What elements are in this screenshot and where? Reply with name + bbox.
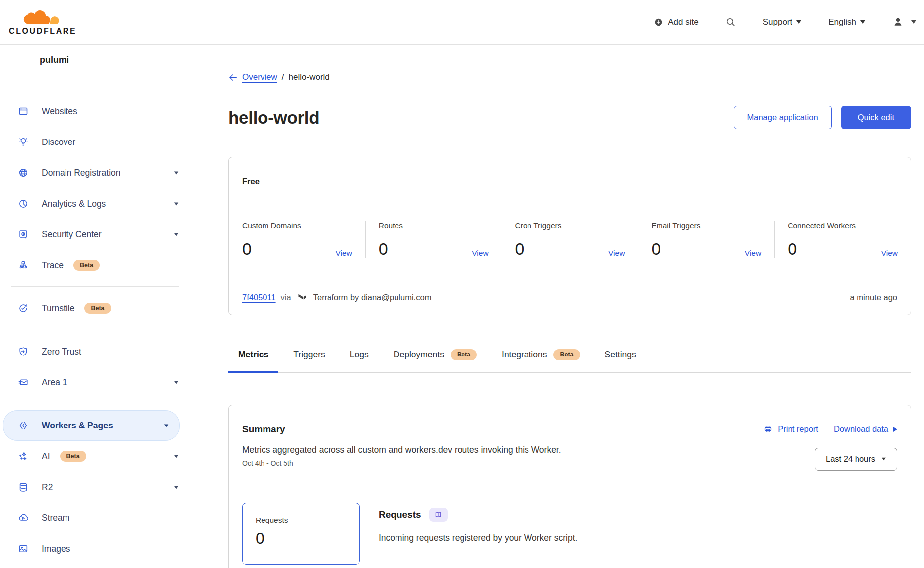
manage-application-button[interactable]: Manage application <box>734 106 832 129</box>
sidebar-item-trace[interactable]: Trace Beta <box>0 250 190 281</box>
terraform-icon <box>297 292 307 302</box>
download-data-link[interactable]: Download data <box>834 425 897 434</box>
tab-label: Triggers <box>293 350 325 360</box>
chevron-right-icon <box>893 427 897 432</box>
account-name: pulumi <box>0 45 190 75</box>
tab-label: Integrations <box>502 350 547 360</box>
search-icon[interactable] <box>726 17 736 27</box>
metric-view-link[interactable]: View <box>335 249 352 258</box>
metric-value: 0 <box>651 240 660 258</box>
tab-settings[interactable]: Settings <box>595 343 646 373</box>
sidebar-item-label: Area 1 <box>42 377 67 388</box>
sidebar-divider <box>11 404 179 404</box>
chevron-down-icon <box>882 458 886 461</box>
metric-label: Custom Domains <box>242 221 352 231</box>
language-menu[interactable]: English <box>828 17 865 27</box>
tab-integrations[interactable]: Integrations Beta <box>492 343 590 373</box>
sidebar-item-label: Stream <box>42 513 69 523</box>
chevron-down-icon <box>911 20 916 24</box>
sidebar-item-label: Workers & Pages <box>42 421 113 431</box>
breadcrumb-back-link[interactable]: Overview <box>228 72 277 83</box>
cloudflare-logo[interactable]: CLOUDFLARE <box>9 8 76 36</box>
support-menu[interactable]: Support <box>763 17 802 27</box>
metric-label: Email Triggers <box>651 221 761 231</box>
sidebar: pulumi Websites Discover <box>0 45 190 568</box>
mail-icon <box>18 377 29 388</box>
sidebar-item-label: Turnstile <box>42 303 74 314</box>
language-label: English <box>828 17 856 27</box>
metric-view-link[interactable]: View <box>745 249 761 258</box>
add-site-label: Add site <box>668 17 698 27</box>
sidebar-item-label: Analytics & Logs <box>42 199 106 209</box>
metric-custom-domains: Custom Domains 0 View <box>229 221 365 258</box>
tab-deployments[interactable]: Deployments Beta <box>384 343 487 373</box>
chevron-down-icon <box>860 20 865 24</box>
summary-description: Metrics aggregated across all custom and… <box>242 444 561 456</box>
metric-label: Routes <box>379 221 489 231</box>
sidebar-item-workers-pages[interactable]: Workers & Pages <box>3 410 180 441</box>
tab-triggers[interactable]: Triggers <box>283 343 335 373</box>
quick-edit-button[interactable]: Quick edit <box>841 106 911 129</box>
cloudflare-wordmark: CLOUDFLARE <box>9 27 76 36</box>
globe-icon <box>18 167 29 178</box>
bulb-icon <box>18 137 29 147</box>
sidebar-item-label: Zero Trust <box>42 347 81 357</box>
plus-circle-icon <box>654 17 663 27</box>
sidebar-item-label: Images <box>42 544 70 554</box>
sidebar-item-ai[interactable]: AI Beta <box>0 441 190 472</box>
image-icon <box>18 543 29 554</box>
metric-value: 0 <box>379 240 388 258</box>
browser-icon <box>18 106 29 117</box>
metric-view-link[interactable]: View <box>472 249 488 258</box>
deployment-id-link[interactable]: 7f405011 <box>242 293 276 302</box>
sidebar-item-websites[interactable]: Websites <box>0 96 190 127</box>
deployment-row: 7f405011 via Terraform by diana@pulumi.c… <box>229 280 911 315</box>
beta-badge: Beta <box>84 303 111 314</box>
sidebar-item-stream[interactable]: Stream <box>0 502 190 533</box>
breadcrumb-separator: / <box>282 72 284 83</box>
sidebar-item-domain-registration[interactable]: Domain Registration <box>0 157 190 188</box>
sidebar-item-discover[interactable]: Discover <box>0 127 190 157</box>
tab-logs[interactable]: Logs <box>340 343 379 373</box>
requests-stat-box[interactable]: Requests 0 <box>242 503 360 565</box>
docs-badge[interactable] <box>429 508 448 522</box>
tab-bar: Metrics Triggers Logs Deployments Beta <box>228 343 911 373</box>
breadcrumb-current: hello-world <box>289 72 330 83</box>
sidebar-item-turnstile[interactable]: Turnstile Beta <box>0 293 190 324</box>
sidebar-item-security-center[interactable]: Security Center <box>0 219 190 250</box>
safe-icon <box>18 229 29 240</box>
sidebar-item-label: Websites <box>42 106 77 117</box>
time-range-select[interactable]: Last 24 hours <box>815 448 897 471</box>
summary-divider <box>242 489 897 489</box>
cloudflare-cloud-icon <box>23 8 62 26</box>
chevron-down-icon <box>174 171 179 174</box>
requests-stat-value: 0 <box>256 530 359 547</box>
sidebar-item-label: R2 <box>42 482 53 493</box>
chevron-down-icon <box>174 455 179 458</box>
trace-icon <box>18 260 29 271</box>
time-range-value: Last 24 hours <box>826 454 875 464</box>
metric-view-link[interactable]: View <box>881 249 898 258</box>
plan-metrics: Custom Domains 0 View Routes 0 View <box>229 221 911 258</box>
turnstile-icon <box>18 303 29 314</box>
metric-value: 0 <box>242 240 252 258</box>
sidebar-item-label: Domain Registration <box>42 168 121 178</box>
tab-metrics[interactable]: Metrics <box>228 343 278 373</box>
sidebar-item-images[interactable]: Images <box>0 533 190 564</box>
top-header: CLOUDFLARE Add site Support English <box>0 0 924 45</box>
chevron-down-icon <box>164 424 169 427</box>
metric-view-link[interactable]: View <box>608 249 625 258</box>
add-site-button[interactable]: Add site <box>654 17 698 27</box>
sidebar-item-r2[interactable]: R2 <box>0 472 190 502</box>
sidebar-item-area-1[interactable]: Area 1 <box>0 367 190 398</box>
beta-badge: Beta <box>553 349 580 360</box>
print-report-link[interactable]: Print report <box>763 425 818 434</box>
sidebar-item-zero-trust[interactable]: Zero Trust <box>0 336 190 367</box>
sidebar-nav: Websites Discover <box>0 75 190 564</box>
breadcrumb: Overview / hello-world <box>228 72 911 83</box>
sidebar-divider <box>11 286 179 287</box>
requests-section-title: Requests <box>379 509 421 520</box>
sidebar-item-analytics-logs[interactable]: Analytics & Logs <box>0 188 190 219</box>
user-menu[interactable] <box>892 16 916 28</box>
requests-section-description: Incoming requests registered by your Wor… <box>379 533 577 543</box>
